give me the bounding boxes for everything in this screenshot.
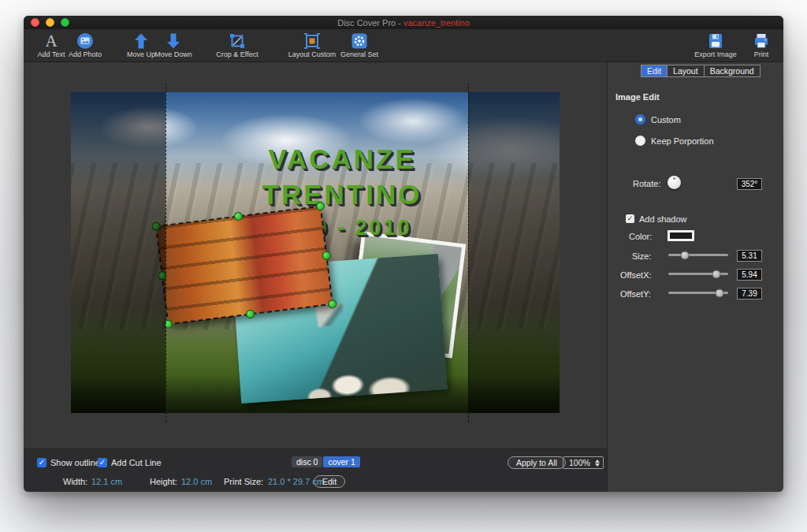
canvas-column: VACANZE TRENTINO 2009 - 2010: [24, 62, 608, 492]
tab-cover-1[interactable]: cover 1: [323, 456, 359, 467]
inspector-panel: Edit Layout Background Image Edit Custom…: [608, 62, 783, 492]
height-value: 12.0 cm: [181, 477, 212, 486]
window-title-app: Disc Cover Pro -: [337, 18, 404, 28]
edit-print-size-button[interactable]: Edit: [314, 475, 345, 488]
zoom-level-stepper[interactable]: 100%: [563, 456, 604, 469]
radio-keep-proportion-label[interactable]: Keep Porportion: [651, 136, 714, 146]
shadow-size-value-field[interactable]: 5.31: [737, 250, 762, 262]
main-area: VACANZE TRENTINO 2009 - 2010: [24, 62, 783, 492]
crop-effect-icon: [229, 32, 246, 50]
cut-shade-left: [71, 92, 165, 413]
add-text-icon: A: [45, 32, 57, 50]
title-bar: Disc Cover Pro - vacanze_trentino: [24, 16, 783, 29]
slider-thumb[interactable]: [712, 270, 720, 278]
layout-custom-icon: [303, 32, 321, 50]
shadow-size-slider[interactable]: [668, 250, 728, 260]
cut-line-left: [165, 83, 166, 422]
height-label: Height:: [150, 477, 177, 486]
rotate-value-field[interactable]: 352°: [737, 178, 762, 190]
cut-line-right: [468, 83, 469, 422]
general-set-icon: [351, 32, 368, 50]
toolbar-item-label: Print: [754, 50, 769, 58]
status-bar: ✓ Show outline ✓ Add Cut Line disc 0 cov…: [24, 448, 607, 492]
rotate-knob[interactable]: [668, 176, 681, 189]
cover-title-line: TRENTINO: [191, 177, 493, 212]
shadow-offsety-slider[interactable]: [668, 288, 728, 298]
window-title-filename: vacanze_trentino: [404, 18, 470, 28]
add-photo-button[interactable]: Add Photo: [58, 32, 113, 58]
general-set-button[interactable]: General Set: [332, 32, 387, 58]
toolbar-item-label: Crop & Effect: [216, 50, 258, 58]
rotate-label: Rotate:: [633, 179, 660, 188]
zoom-level-value: 100%: [569, 458, 590, 467]
shadow-color-label: Color:: [629, 232, 652, 241]
tab-disc-0[interactable]: disc 0: [292, 456, 322, 467]
shadow-size-label: Size:: [632, 251, 651, 261]
toolbar-item-label: Move Down: [154, 50, 192, 58]
slider-track: [668, 254, 728, 256]
close-window-button[interactable]: [31, 18, 39, 27]
cut-shade-right: [468, 92, 560, 413]
shadow-offsetx-slider[interactable]: [668, 269, 728, 279]
add-shadow-checkbox[interactable]: ✓: [626, 214, 634, 223]
page-tabs: disc 0 cover 1: [292, 456, 360, 467]
stepper-arrows-icon[interactable]: [595, 459, 600, 467]
tab-layout[interactable]: Layout: [667, 65, 705, 77]
toolbar-item-label: General Set: [340, 50, 378, 58]
show-outline-label: Show outline: [50, 458, 100, 467]
toolbar-item-label: Layout Custom: [288, 50, 337, 58]
toolbar: A Add Text Add Photo Move Up Move Down: [24, 29, 783, 62]
print-icon: [753, 32, 770, 50]
shadow-color-swatch[interactable]: [668, 230, 694, 241]
zoom-window-button[interactable]: [61, 18, 69, 27]
add-cut-line-checkbox[interactable]: ✓: [98, 458, 107, 467]
width-label: Width:: [63, 477, 87, 486]
print-size-label: Print Size:: [224, 477, 263, 486]
shadow-offsetx-label: OffsetX:: [620, 270, 652, 280]
apply-to-all-button[interactable]: Apply to All: [508, 456, 566, 469]
selection-handle[interactable]: [233, 211, 243, 221]
toolbar-item-label: Add Photo: [69, 50, 102, 58]
shadow-offsety-value-field[interactable]: 7.39: [737, 288, 762, 299]
toolbar-item-label: Export Image: [694, 50, 737, 58]
add-cut-line-label: Add Cut Line: [111, 458, 162, 467]
add-shadow-label[interactable]: Add shadow: [639, 214, 687, 224]
app-window: Disc Cover Pro - vacanze_trentino A Add …: [24, 16, 783, 492]
minimize-window-button[interactable]: [46, 18, 54, 27]
move-down-button[interactable]: Move Down: [146, 32, 201, 58]
tab-edit[interactable]: Edit: [641, 65, 668, 77]
tab-background[interactable]: Background: [704, 65, 761, 77]
add-photo-icon: [76, 32, 94, 50]
inspector-tabs: Edit Layout Background: [642, 65, 761, 77]
shadow-offsetx-value-field[interactable]: 5.94: [737, 269, 762, 281]
slider-thumb[interactable]: [681, 251, 690, 259]
photo-buildings-selected[interactable]: [156, 206, 333, 325]
radio-custom[interactable]: [635, 114, 645, 125]
rotate-knob-notch: [673, 177, 675, 180]
crop-effect-button[interactable]: Crop & Effect: [210, 32, 265, 58]
shadow-offsety-label: OffsetY:: [620, 289, 651, 299]
radio-keep-proportion[interactable]: [635, 136, 645, 146]
width-value: 12.1 cm: [91, 477, 122, 486]
traffic-lights: [31, 18, 69, 27]
move-down-icon: [165, 32, 182, 50]
section-title-image-edit: Image Edit: [615, 92, 660, 102]
window-title: Disc Cover Pro - vacanze_trentino: [337, 18, 470, 28]
print-button[interactable]: Print: [734, 32, 783, 58]
slider-thumb[interactable]: [715, 288, 723, 297]
cover-title-line: VACANZE: [191, 141, 493, 177]
show-outline-checkbox[interactable]: ✓: [37, 458, 46, 467]
design-canvas[interactable]: VACANZE TRENTINO 2009 - 2010: [24, 62, 607, 448]
radio-custom-label[interactable]: Custom: [651, 115, 681, 125]
export-image-icon: [707, 32, 724, 50]
